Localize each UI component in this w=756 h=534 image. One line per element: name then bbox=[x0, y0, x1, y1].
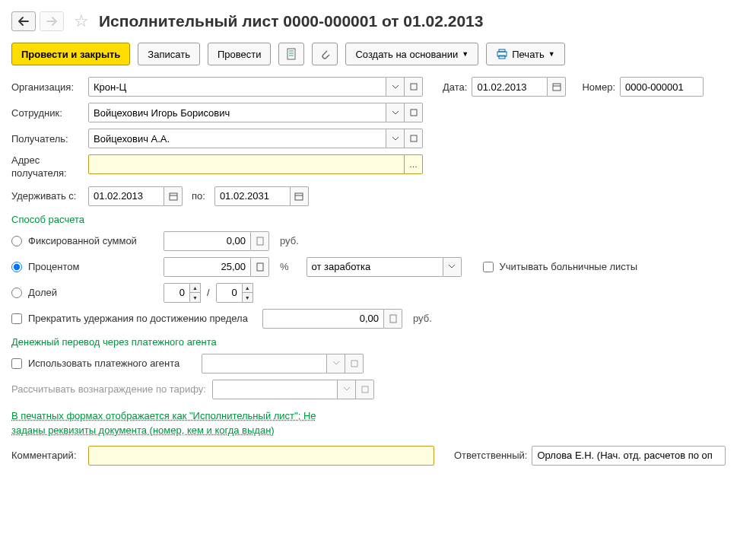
share-num-input[interactable] bbox=[164, 283, 190, 303]
dropdown-button[interactable] bbox=[386, 77, 405, 97]
recipient-label: Получатель: bbox=[11, 133, 84, 145]
date-input[interactable] bbox=[472, 77, 548, 97]
calendar-icon bbox=[294, 192, 303, 201]
calc-button[interactable] bbox=[251, 231, 269, 251]
create-based-label: Создать на основании bbox=[355, 49, 458, 60]
address-label: Адрес получателя: bbox=[11, 154, 84, 180]
fixed-label: Фиксированной суммой bbox=[28, 235, 157, 246]
date-label: Дата: bbox=[443, 81, 467, 93]
calc-button[interactable] bbox=[251, 257, 269, 277]
calendar-icon bbox=[169, 192, 178, 201]
recipient-input[interactable] bbox=[88, 129, 386, 148]
open-button[interactable] bbox=[405, 77, 423, 97]
spinner[interactable]: ▲▼ bbox=[190, 283, 201, 303]
share-label: Долей bbox=[28, 287, 157, 298]
withhold-from-input[interactable] bbox=[88, 186, 164, 206]
address-input[interactable] bbox=[88, 154, 405, 174]
transfer-header: Денежный перевод через платежного агента bbox=[11, 336, 745, 348]
stop-limit-label: Прекратить удержания по достижению преде… bbox=[28, 313, 256, 324]
fixed-radio[interactable] bbox=[11, 236, 22, 246]
tariff-label: Рассчитывать вознаграждение по тарифу: bbox=[11, 383, 208, 395]
open-icon bbox=[410, 109, 418, 116]
fixed-value-input[interactable] bbox=[164, 231, 251, 251]
open-icon bbox=[351, 360, 358, 367]
down-icon: ▼ bbox=[190, 293, 200, 302]
create-based-button[interactable]: Создать на основании▼ bbox=[345, 43, 478, 65]
attach-button[interactable] bbox=[312, 43, 338, 65]
post-close-button[interactable]: Провести и закрыть bbox=[11, 43, 130, 65]
save-button[interactable]: Записать bbox=[138, 43, 200, 65]
agent-input[interactable] bbox=[202, 354, 327, 373]
more-button[interactable]: … bbox=[405, 154, 423, 174]
open-button[interactable] bbox=[405, 129, 423, 148]
calendar-button[interactable] bbox=[548, 77, 566, 97]
calendar-button[interactable] bbox=[164, 186, 183, 206]
org-label: Организация: bbox=[11, 81, 84, 93]
calc-button[interactable] bbox=[384, 309, 402, 329]
svg-rect-8 bbox=[553, 84, 561, 91]
svg-rect-16 bbox=[257, 237, 263, 245]
use-agent-label: Использовать платежного агента bbox=[28, 358, 195, 369]
dropdown-button[interactable] bbox=[338, 380, 356, 399]
spinner[interactable]: ▲▼ bbox=[243, 283, 253, 303]
forward-button[interactable] bbox=[40, 11, 64, 31]
employee-label: Сотрудник: bbox=[11, 107, 84, 119]
dropdown-button[interactable] bbox=[386, 103, 405, 122]
page-title: Исполнительный лист 0000-000001 от 01.02… bbox=[99, 12, 483, 30]
report-button[interactable] bbox=[278, 43, 304, 65]
chevron-down-icon bbox=[344, 387, 350, 391]
open-icon bbox=[410, 135, 418, 142]
printer-icon bbox=[496, 49, 508, 59]
post-button[interactable]: Провести bbox=[208, 43, 272, 65]
tariff-input[interactable] bbox=[212, 380, 338, 399]
percent-label: Процентом bbox=[28, 261, 157, 272]
svg-rect-0 bbox=[287, 49, 295, 59]
print-as-link[interactable]: В печатных формах отображается как "Испо… bbox=[11, 410, 316, 437]
share-radio[interactable] bbox=[11, 288, 22, 298]
arrow-left-icon bbox=[18, 17, 29, 26]
clip-icon bbox=[319, 48, 330, 60]
share-den-input[interactable] bbox=[216, 283, 243, 303]
open-button[interactable] bbox=[356, 380, 374, 399]
withhold-to-label: по: bbox=[192, 190, 205, 202]
up-icon: ▲ bbox=[190, 284, 200, 294]
employee-input[interactable] bbox=[88, 103, 386, 122]
chevron-down-icon bbox=[449, 265, 455, 269]
calendar-button[interactable] bbox=[291, 186, 309, 206]
calculator-icon bbox=[256, 262, 264, 272]
dropdown-icon: ▼ bbox=[462, 50, 469, 58]
comment-input[interactable] bbox=[88, 446, 434, 466]
comment-label: Комментарий: bbox=[11, 450, 84, 461]
use-agent-checkbox[interactable] bbox=[11, 358, 22, 369]
open-button[interactable] bbox=[345, 354, 364, 373]
arrow-right-icon bbox=[46, 17, 57, 26]
limit-value-input[interactable] bbox=[262, 309, 384, 329]
dropdown-button[interactable] bbox=[327, 354, 345, 373]
print-label: Печать bbox=[512, 49, 545, 60]
sick-leave-checkbox[interactable] bbox=[483, 262, 494, 272]
svg-rect-11 bbox=[411, 135, 417, 141]
number-input[interactable] bbox=[620, 77, 704, 97]
slash: / bbox=[207, 287, 210, 298]
open-icon bbox=[361, 386, 369, 393]
withhold-to-input[interactable] bbox=[214, 186, 291, 206]
favorite-icon[interactable]: ☆ bbox=[74, 11, 89, 31]
percent-radio[interactable] bbox=[11, 262, 22, 272]
stop-limit-checkbox[interactable] bbox=[11, 313, 22, 324]
print-button[interactable]: Печать▼ bbox=[486, 43, 565, 65]
calculator-icon bbox=[389, 314, 397, 323]
percent-value-input[interactable] bbox=[164, 257, 251, 277]
responsible-input[interactable] bbox=[532, 446, 726, 466]
svg-rect-14 bbox=[295, 193, 303, 200]
chevron-down-icon bbox=[392, 137, 399, 141]
svg-rect-17 bbox=[257, 263, 263, 271]
svg-rect-7 bbox=[411, 84, 417, 90]
dropdown-button[interactable] bbox=[443, 257, 462, 277]
up-icon: ▲ bbox=[243, 284, 253, 294]
open-button[interactable] bbox=[405, 103, 423, 122]
base-select[interactable] bbox=[307, 257, 443, 277]
chevron-down-icon bbox=[392, 111, 399, 115]
dropdown-button[interactable] bbox=[386, 129, 405, 148]
org-input[interactable] bbox=[88, 77, 386, 97]
back-button[interactable] bbox=[11, 11, 36, 31]
